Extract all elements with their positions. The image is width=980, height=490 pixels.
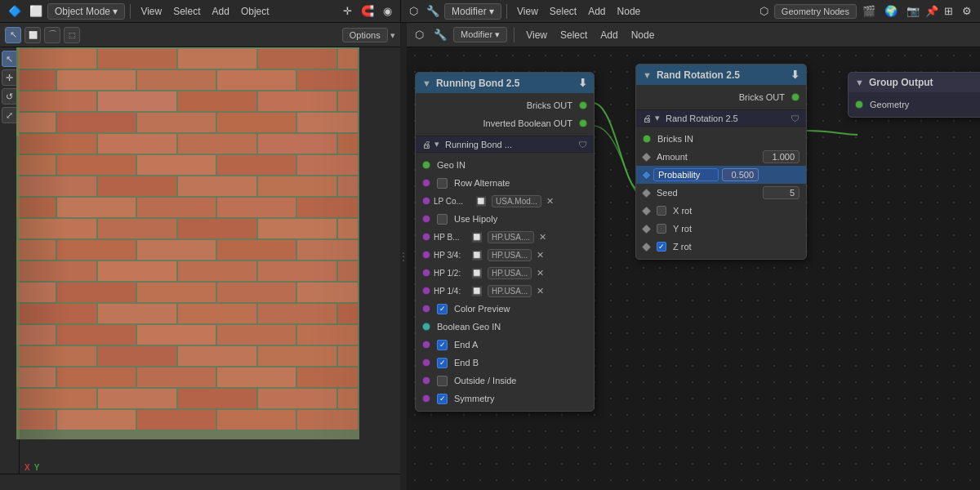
view-menu[interactable]: View [136, 4, 167, 19]
node-canvas[interactable]: ▼ Running Bond 2.5 ⬇ Bricks OUT Inverted… [407, 47, 980, 490]
modifier-icon[interactable]: 🔧 [423, 3, 443, 19]
probability-value[interactable]: 0.500 [722, 168, 759, 181]
node-editor[interactable]: ⬡ 🔧 Modifier ▾ View Select Add Node [407, 23, 980, 490]
hp-12-mat[interactable]: HP.USA... [488, 267, 532, 279]
lp-co-close[interactable]: ✕ [546, 196, 554, 207]
z-rot-socket[interactable] [641, 242, 652, 252]
node-toolbar-node[interactable]: Node [626, 28, 660, 42]
bricks-out-socket[interactable] [579, 101, 587, 109]
node-add-menu[interactable]: Add [583, 4, 610, 19]
add-menu[interactable]: Add [207, 4, 234, 19]
row-alt-socket[interactable] [422, 179, 430, 187]
hp-14-socket[interactable] [422, 287, 430, 295]
node-editor-icon[interactable]: ⬡ [406, 3, 421, 19]
end-a-socket[interactable] [422, 341, 430, 349]
settings-icon[interactable]: ⚙ [959, 3, 975, 19]
node-modifier-selector[interactable]: Modifier ▾ [444, 3, 501, 20]
running-bond-download-icon[interactable]: ⬇ [578, 77, 587, 89]
end-b-checkbox[interactable] [437, 358, 448, 368]
rand-rotation-download-icon[interactable]: ⬇ [791, 69, 800, 81]
outside-inside-socket[interactable] [422, 376, 430, 385]
mode-selector[interactable]: Object Mode ▾ [47, 3, 125, 20]
probability-socket[interactable] [641, 170, 652, 180]
layout-icon[interactable]: ⊞ [941, 3, 956, 19]
group-output-node[interactable]: ▼ Group Output Geometry [848, 72, 980, 118]
node-modifier-header-icon[interactable]: 🔧 [430, 27, 450, 42]
node-select-menu[interactable]: Select [545, 4, 581, 19]
geo-in-socket[interactable] [422, 161, 430, 169]
lasso-tool[interactable]: ⌒ [44, 27, 60, 43]
hp-b-socket[interactable] [422, 233, 430, 241]
geometry-socket[interactable] [855, 100, 863, 109]
scene-icon[interactable]: 🎬 [859, 3, 879, 19]
rotate-tool[interactable]: ↺ [2, 88, 18, 105]
transform-icon[interactable]: ✛ [340, 3, 355, 19]
rand-print-icon[interactable]: 🖨 [643, 114, 652, 123]
snap-icon[interactable]: 🧲 [358, 3, 377, 19]
lp-co-socket[interactable] [422, 197, 430, 205]
seed-socket[interactable] [641, 188, 652, 198]
hp-b-mat[interactable]: HP.USA.... [488, 231, 534, 243]
modifier-selector[interactable]: Modifier ▾ [453, 27, 507, 42]
cursor-tool-side[interactable]: ↖ [2, 51, 18, 67]
node-engine-icon[interactable]: ⬡ [756, 3, 772, 19]
running-bond-header[interactable]: ▼ Running Bond 2.5 ⬇ [416, 73, 594, 93]
symmetry-checkbox[interactable] [437, 394, 448, 404]
move-tool[interactable]: ✛ [2, 69, 18, 86]
object-menu[interactable]: Object [236, 4, 274, 19]
subheader-dropdown[interactable]: ▾ [434, 139, 439, 149]
node-view-menu[interactable]: View [512, 4, 543, 19]
proportional-icon[interactable]: ◉ [380, 3, 395, 19]
rand-subheader-dropdown[interactable]: ▾ [655, 113, 660, 123]
seed-value[interactable]: 5 [763, 186, 800, 199]
x-rot-checkbox[interactable] [657, 206, 666, 216]
amount-value[interactable]: 1.000 [763, 150, 800, 163]
x-rot-socket[interactable] [641, 206, 652, 216]
color-preview-socket[interactable] [422, 305, 430, 313]
symmetry-socket[interactable] [422, 394, 430, 403]
scale-tool[interactable]: ⤢ [2, 107, 18, 123]
render-settings-icon[interactable]: 📷 [903, 3, 923, 19]
y-rot-socket[interactable] [641, 224, 652, 234]
hp-34-close[interactable]: ✕ [537, 250, 544, 261]
hp-34-socket[interactable] [422, 251, 430, 259]
rand-bricks-in-socket[interactable] [643, 135, 651, 143]
end-a-checkbox[interactable] [437, 340, 448, 350]
pin-icon[interactable]: 📌 [925, 5, 938, 17]
rand-bricks-out-socket[interactable] [791, 93, 800, 101]
hp-b-close[interactable]: ✕ [539, 232, 546, 243]
object-type-icon[interactable]: ⬜ [26, 3, 46, 19]
amount-socket[interactable] [641, 152, 652, 163]
options-button[interactable]: Options [342, 28, 388, 42]
bool-geo-in-socket[interactable] [422, 323, 430, 331]
hp-34-mat[interactable]: HP.USA... [488, 249, 532, 261]
running-bond-print-icon[interactable]: 🖨 [422, 140, 431, 149]
select-menu[interactable]: Select [168, 4, 205, 19]
node-toolbar-add[interactable]: Add [595, 28, 622, 42]
running-bond-node[interactable]: ▼ Running Bond 2.5 ⬇ Bricks OUT Inverted… [415, 72, 595, 412]
color-preview-checkbox[interactable] [437, 304, 448, 314]
y-rot-checkbox[interactable] [657, 224, 666, 234]
node-toolbar-select[interactable]: Select [555, 28, 592, 42]
select-box-tool[interactable]: ⬜ [24, 27, 41, 43]
use-hipoly-checkbox[interactable] [437, 214, 448, 225]
z-rot-checkbox[interactable] [657, 242, 666, 252]
hp-12-socket[interactable] [422, 269, 430, 277]
hp-12-close[interactable]: ✕ [537, 268, 544, 278]
node-editor-header-icon[interactable]: ⬡ [412, 27, 427, 42]
hp-14-mat[interactable]: HP.USA... [488, 285, 532, 297]
cursor-tool[interactable]: ↖ [5, 27, 21, 43]
use-hipoly-socket[interactable] [422, 215, 430, 223]
outside-inside-checkbox[interactable] [437, 376, 448, 386]
world-icon[interactable]: 🌍 [881, 3, 901, 19]
row-alt-checkbox[interactable] [437, 178, 448, 189]
group-output-header[interactable]: ▼ Group Output [849, 73, 980, 92]
select-dotted-tool[interactable]: ⬚ [64, 27, 80, 43]
lp-co-mat[interactable]: USA.Mod... [492, 195, 541, 207]
rand-rotation-header[interactable]: ▼ Rand Rotation 2.5 ⬇ [636, 65, 806, 85]
geometry-nodes-workspace[interactable]: Geometry Nodes [774, 4, 857, 19]
node-toolbar-view[interactable]: View [521, 28, 552, 42]
end-b-socket[interactable] [422, 359, 430, 367]
split-handle[interactable] [400, 23, 407, 490]
node-node-menu[interactable]: Node [612, 4, 646, 19]
